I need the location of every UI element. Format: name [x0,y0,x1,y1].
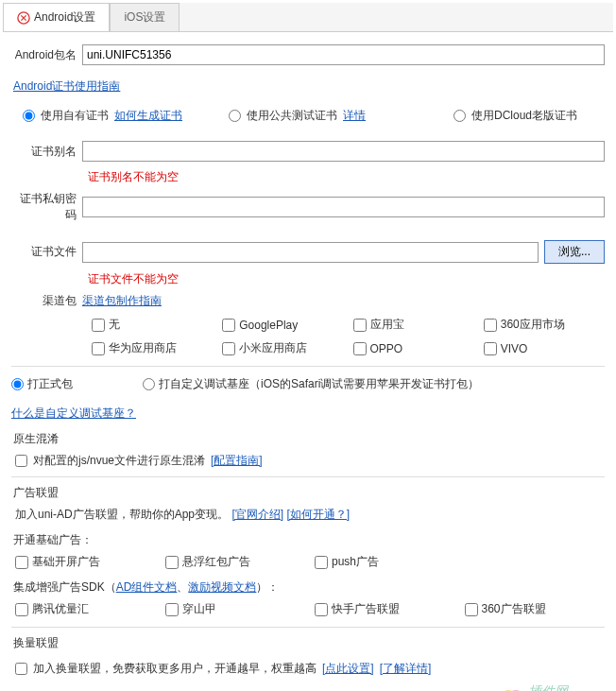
native-guide-link[interactable]: [配置指南] [211,453,263,469]
own-cert-link[interactable]: 如何生成证书 [114,108,182,124]
exchange-cb-label: 加入换量联盟，免费获取更多用户，开通越早，权重越高 [33,661,317,677]
radio-pub-label: 使用公共测试证书 [247,108,337,124]
sdk-link2[interactable]: 激励视频文档 [188,580,256,594]
channel-item[interactable]: 360应用市场 [484,317,605,333]
ad-basic-item[interactable]: push广告 [315,554,455,570]
channel-cb-1[interactable] [222,319,235,332]
channel-item[interactable]: 华为应用商店 [92,340,213,356]
pw-label: 证书私钥密码 [11,191,82,223]
tab-android[interactable]: Android设置 [3,3,110,31]
channel-label: 渠道包 [11,293,82,309]
radio-custom-label: 打自定义调试基座（iOS的Safari调试需要用苹果开发证书打包） [159,376,479,392]
ads-basic-title: 开通基础广告： [13,532,605,548]
ad-basic-item[interactable]: 基础开屏广告 [15,554,156,570]
ad-basic-cb-2[interactable] [315,556,328,569]
channel-cb-3[interactable] [484,319,497,332]
radio-own-label: 使用自有证书 [41,108,109,124]
exchange-link1[interactable]: [点此设置] [322,661,374,677]
native-title: 原生混淆 [13,431,605,447]
package-input[interactable] [82,44,605,65]
ad-basic-cb-0[interactable] [15,556,28,569]
native-obfuscate-cb[interactable] [15,455,27,467]
exchange-cb[interactable] [15,663,27,675]
channel-item[interactable]: OPPO [353,340,474,356]
alias-input[interactable] [82,141,605,162]
ad-enh-cb-2[interactable] [315,603,328,616]
exchange-title: 换量联盟 [13,635,605,651]
ads-intro-link2[interactable]: [如何开通？] [286,508,350,521]
tab-ios[interactable]: iOS设置 [110,3,180,31]
package-label: Android包名 [11,47,82,63]
ad-basic-cb-1[interactable] [165,556,179,569]
ads-title: 广告联盟 [13,485,605,501]
channel-item[interactable]: 小米应用商店 [222,340,343,356]
channel-item[interactable]: VIVO [484,340,605,356]
pub-cert-link[interactable]: 详情 [343,108,366,124]
file-input[interactable] [82,242,539,263]
file-label: 证书文件 [11,244,82,260]
channel-item[interactable]: GooglePlay [222,317,343,333]
ad-enh-cb-3[interactable] [465,603,478,616]
radio-dcloud-label: 使用DCloud老版证书 [471,108,577,124]
channel-item[interactable]: 无 [92,317,213,333]
radio-release-label: 打正式包 [27,376,73,392]
alias-label: 证书别名 [11,144,82,160]
radio-release[interactable] [11,378,24,390]
custom-base-link[interactable]: 什么是自定义调试基座？ [11,406,136,422]
pw-input[interactable] [82,197,605,217]
channel-cb-2[interactable] [353,319,367,332]
android-icon [17,11,30,25]
native-cb-label: 对配置的js/nvue文件进行原生混淆 [33,453,205,469]
ad-enh-item[interactable]: 快手广告联盟 [315,601,455,617]
channel-grid: 无 GooglePlay 应用宝 360应用市场 华为应用商店 小米应用商店 O… [92,317,605,356]
tab-ios-label: iOS设置 [124,9,165,26]
ad-enh-item[interactable]: 穿山甲 [165,601,306,617]
radio-pub-cert[interactable] [229,110,241,122]
ad-enh-cb-1[interactable] [165,603,179,616]
radio-own-cert[interactable] [23,110,35,122]
channel-item[interactable]: 应用宝 [353,317,474,333]
ad-basic-item[interactable]: 悬浮红包广告 [165,554,306,570]
channel-link[interactable]: 渠道包制作指南 [82,293,162,309]
ad-enh-cb-0[interactable] [15,603,28,616]
radio-dcloud-cert[interactable] [453,110,466,122]
ads-intro-link1[interactable]: [官网介绍] [231,508,283,521]
browse-button[interactable]: 浏览... [544,240,605,264]
channel-cb-5[interactable] [222,342,235,355]
channel-cb-7[interactable] [484,342,497,355]
tab-android-label: Android设置 [34,9,95,26]
ad-enh-item[interactable]: 腾讯优量汇 [15,601,156,617]
ads-intro: 加入uni-AD广告联盟，帮助你的App变现。 [15,508,229,521]
sdk-link1[interactable]: AD组件文档 [116,580,178,594]
ads-sdk-title: 集成增强广告SDK（AD组件文档、激励视频文档）： [13,579,605,596]
ad-enh-item[interactable]: 360广告联盟 [465,601,606,617]
cert-guide-link[interactable]: Android证书使用指南 [13,79,120,93]
file-error: 证书文件不能为空 [88,271,605,287]
exchange-link2[interactable]: [了解详情] [380,661,432,677]
alias-error: 证书别名不能为空 [88,169,605,185]
channel-cb-4[interactable] [92,342,105,355]
channel-cb-0[interactable] [92,319,105,332]
channel-cb-6[interactable] [353,342,367,355]
radio-custom[interactable] [143,378,155,390]
